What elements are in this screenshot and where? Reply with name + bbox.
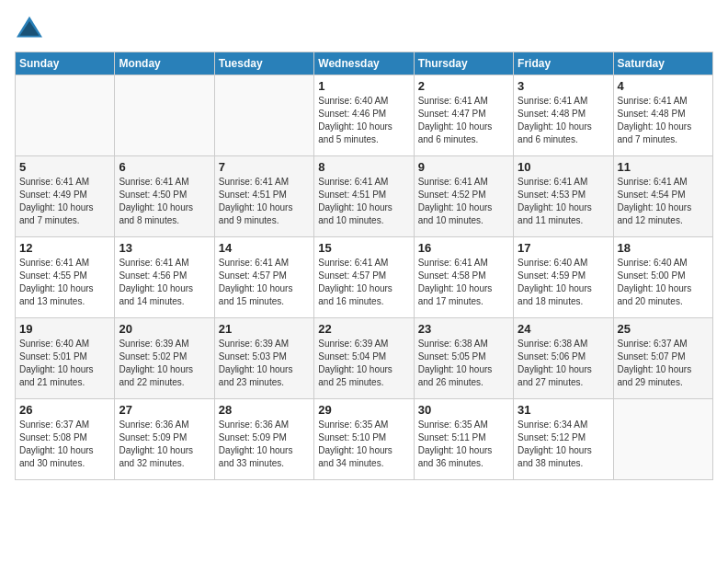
day-info: Sunrise: 6:41 AM Sunset: 4:47 PM Dayligh… (418, 95, 509, 146)
calendar-day-cell: 12Sunrise: 6:41 AM Sunset: 4:55 PM Dayli… (16, 237, 115, 318)
day-info: Sunrise: 6:39 AM Sunset: 5:02 PM Dayligh… (119, 338, 210, 389)
logo-icon (15, 15, 44, 40)
day-info: Sunrise: 6:41 AM Sunset: 4:58 PM Dayligh… (418, 257, 509, 308)
day-number: 17 (518, 241, 609, 255)
day-number: 4 (618, 79, 709, 93)
day-info: Sunrise: 6:39 AM Sunset: 5:04 PM Dayligh… (318, 338, 409, 389)
day-number: 30 (418, 403, 509, 417)
day-info: Sunrise: 6:35 AM Sunset: 5:11 PM Dayligh… (418, 419, 509, 470)
calendar-day-cell: 24Sunrise: 6:38 AM Sunset: 5:06 PM Dayli… (514, 318, 613, 399)
empty-day-cell (115, 75, 214, 156)
day-info: Sunrise: 6:34 AM Sunset: 5:12 PM Dayligh… (518, 419, 609, 470)
calendar-day-cell: 22Sunrise: 6:39 AM Sunset: 5:04 PM Dayli… (314, 318, 414, 399)
calendar-week-row: 26Sunrise: 6:37 AM Sunset: 5:08 PM Dayli… (16, 399, 713, 480)
calendar-week-row: 5Sunrise: 6:41 AM Sunset: 4:49 PM Daylig… (16, 156, 713, 237)
calendar-day-cell: 14Sunrise: 6:41 AM Sunset: 4:57 PM Dayli… (214, 237, 313, 318)
calendar-day-cell: 18Sunrise: 6:40 AM Sunset: 5:00 PM Dayli… (613, 237, 712, 318)
day-number: 13 (119, 241, 210, 255)
calendar-day-cell: 16Sunrise: 6:41 AM Sunset: 4:58 PM Dayli… (414, 237, 513, 318)
day-info: Sunrise: 6:41 AM Sunset: 4:51 PM Dayligh… (219, 176, 310, 227)
day-info: Sunrise: 6:41 AM Sunset: 4:52 PM Dayligh… (418, 176, 509, 227)
calendar-day-cell: 3Sunrise: 6:41 AM Sunset: 4:48 PM Daylig… (514, 75, 613, 156)
calendar-day-cell: 30Sunrise: 6:35 AM Sunset: 5:11 PM Dayli… (414, 399, 513, 480)
calendar-week-row: 19Sunrise: 6:40 AM Sunset: 5:01 PM Dayli… (16, 318, 713, 399)
day-info: Sunrise: 6:36 AM Sunset: 5:09 PM Dayligh… (119, 419, 210, 470)
calendar-day-cell: 1Sunrise: 6:40 AM Sunset: 4:46 PM Daylig… (314, 75, 414, 156)
day-number: 24 (518, 322, 609, 336)
calendar-table: SundayMondayTuesdayWednesdayThursdayFrid… (15, 52, 713, 480)
day-number: 12 (19, 241, 110, 255)
calendar-day-cell: 13Sunrise: 6:41 AM Sunset: 4:56 PM Dayli… (115, 237, 214, 318)
calendar-day-cell: 29Sunrise: 6:35 AM Sunset: 5:10 PM Dayli… (314, 399, 414, 480)
calendar-week-row: 1Sunrise: 6:40 AM Sunset: 4:46 PM Daylig… (16, 75, 713, 156)
day-info: Sunrise: 6:40 AM Sunset: 4:59 PM Dayligh… (518, 257, 609, 308)
day-number: 28 (219, 403, 310, 417)
weekday-header-sunday: Sunday (16, 52, 115, 75)
day-number: 18 (618, 241, 709, 255)
calendar-day-cell: 4Sunrise: 6:41 AM Sunset: 4:48 PM Daylig… (613, 75, 712, 156)
day-number: 2 (418, 79, 509, 93)
day-number: 8 (318, 160, 409, 174)
day-info: Sunrise: 6:35 AM Sunset: 5:10 PM Dayligh… (318, 419, 409, 470)
day-number: 1 (318, 79, 409, 93)
day-number: 10 (518, 160, 609, 174)
calendar-day-cell: 15Sunrise: 6:41 AM Sunset: 4:57 PM Dayli… (314, 237, 414, 318)
calendar-day-cell: 31Sunrise: 6:34 AM Sunset: 5:12 PM Dayli… (514, 399, 613, 480)
calendar-day-cell: 6Sunrise: 6:41 AM Sunset: 4:50 PM Daylig… (115, 156, 214, 237)
day-info: Sunrise: 6:36 AM Sunset: 5:09 PM Dayligh… (219, 419, 310, 470)
day-number: 14 (219, 241, 310, 255)
day-info: Sunrise: 6:41 AM Sunset: 4:51 PM Dayligh… (318, 176, 409, 227)
day-number: 23 (418, 322, 509, 336)
weekday-header-wednesday: Wednesday (314, 52, 414, 75)
day-info: Sunrise: 6:41 AM Sunset: 4:56 PM Dayligh… (119, 257, 210, 308)
day-info: Sunrise: 6:41 AM Sunset: 4:50 PM Dayligh… (119, 176, 210, 227)
day-number: 15 (318, 241, 409, 255)
day-info: Sunrise: 6:39 AM Sunset: 5:03 PM Dayligh… (219, 338, 310, 389)
day-number: 31 (518, 403, 609, 417)
day-number: 27 (119, 403, 210, 417)
day-info: Sunrise: 6:38 AM Sunset: 5:06 PM Dayligh… (518, 338, 609, 389)
weekday-header-tuesday: Tuesday (214, 52, 313, 75)
day-info: Sunrise: 6:41 AM Sunset: 4:55 PM Dayligh… (19, 257, 110, 308)
calendar-day-cell: 25Sunrise: 6:37 AM Sunset: 5:07 PM Dayli… (613, 318, 712, 399)
day-number: 5 (19, 160, 110, 174)
day-number: 26 (19, 403, 110, 417)
day-info: Sunrise: 6:41 AM Sunset: 4:49 PM Dayligh… (19, 176, 110, 227)
calendar-week-row: 12Sunrise: 6:41 AM Sunset: 4:55 PM Dayli… (16, 237, 713, 318)
calendar-day-cell: 2Sunrise: 6:41 AM Sunset: 4:47 PM Daylig… (414, 75, 513, 156)
calendar-day-cell: 10Sunrise: 6:41 AM Sunset: 4:53 PM Dayli… (514, 156, 613, 237)
day-number: 20 (119, 322, 210, 336)
day-number: 22 (318, 322, 409, 336)
weekday-header-thursday: Thursday (414, 52, 513, 75)
calendar-day-cell: 9Sunrise: 6:41 AM Sunset: 4:52 PM Daylig… (414, 156, 513, 237)
day-number: 11 (618, 160, 709, 174)
calendar-day-cell: 5Sunrise: 6:41 AM Sunset: 4:49 PM Daylig… (16, 156, 115, 237)
day-number: 16 (418, 241, 509, 255)
day-number: 25 (618, 322, 709, 336)
day-info: Sunrise: 6:41 AM Sunset: 4:54 PM Dayligh… (618, 176, 709, 227)
day-number: 7 (219, 160, 310, 174)
day-info: Sunrise: 6:41 AM Sunset: 4:53 PM Dayligh… (518, 176, 609, 227)
calendar-day-cell: 28Sunrise: 6:36 AM Sunset: 5:09 PM Dayli… (214, 399, 313, 480)
calendar-day-cell: 20Sunrise: 6:39 AM Sunset: 5:02 PM Dayli… (115, 318, 214, 399)
calendar-day-cell: 7Sunrise: 6:41 AM Sunset: 4:51 PM Daylig… (214, 156, 313, 237)
day-info: Sunrise: 6:41 AM Sunset: 4:57 PM Dayligh… (219, 257, 310, 308)
day-number: 6 (119, 160, 210, 174)
day-info: Sunrise: 6:41 AM Sunset: 4:48 PM Dayligh… (518, 95, 609, 146)
calendar-day-cell: 21Sunrise: 6:39 AM Sunset: 5:03 PM Dayli… (214, 318, 313, 399)
day-info: Sunrise: 6:40 AM Sunset: 5:01 PM Dayligh… (19, 338, 110, 389)
calendar-day-cell: 23Sunrise: 6:38 AM Sunset: 5:05 PM Dayli… (414, 318, 513, 399)
calendar-day-cell: 17Sunrise: 6:40 AM Sunset: 4:59 PM Dayli… (514, 237, 613, 318)
calendar-day-cell: 19Sunrise: 6:40 AM Sunset: 5:01 PM Dayli… (16, 318, 115, 399)
calendar-header-row: SundayMondayTuesdayWednesdayThursdayFrid… (16, 52, 713, 75)
day-number: 29 (318, 403, 409, 417)
empty-day-cell (214, 75, 313, 156)
weekday-header-saturday: Saturday (613, 52, 712, 75)
day-info: Sunrise: 6:37 AM Sunset: 5:07 PM Dayligh… (618, 338, 709, 389)
day-info: Sunrise: 6:41 AM Sunset: 4:48 PM Dayligh… (618, 95, 709, 146)
day-info: Sunrise: 6:37 AM Sunset: 5:08 PM Dayligh… (19, 419, 110, 470)
empty-day-cell (613, 399, 712, 480)
calendar-day-cell: 27Sunrise: 6:36 AM Sunset: 5:09 PM Dayli… (115, 399, 214, 480)
calendar-day-cell: 11Sunrise: 6:41 AM Sunset: 4:54 PM Dayli… (613, 156, 712, 237)
weekday-header-friday: Friday (514, 52, 613, 75)
